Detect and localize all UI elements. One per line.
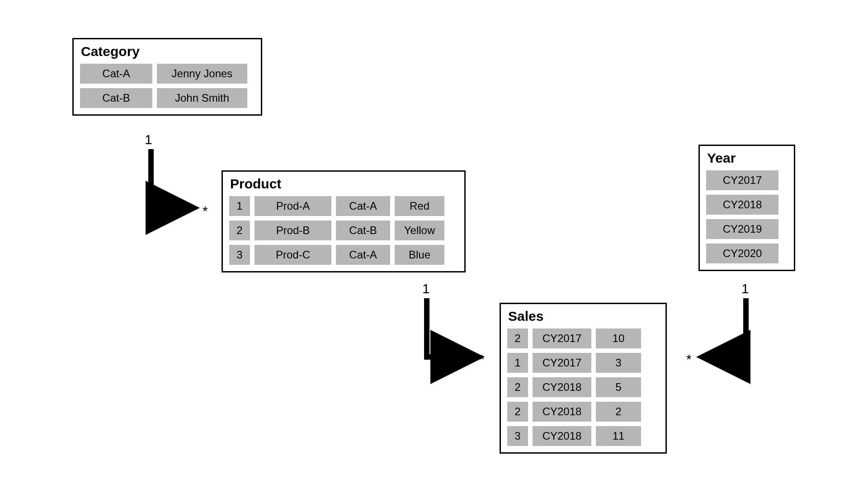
table-cell: Prod-A xyxy=(255,196,331,216)
cardinality-many: * xyxy=(479,352,485,367)
table-cell: 2 xyxy=(507,377,528,397)
table-cell: 2 xyxy=(507,328,528,348)
table-cell: 5 xyxy=(596,377,641,397)
table-cell: Red xyxy=(395,196,444,216)
table-cell: Yellow xyxy=(395,221,444,240)
entity-product-title: Product xyxy=(230,176,458,192)
entity-category: Category Cat-A Jenny Jones Cat-B John Sm… xyxy=(72,38,262,116)
table-cell: John Smith xyxy=(157,88,247,108)
entity-year: Year CY2017 CY2018 CY2019 CY2020 xyxy=(698,145,795,271)
table-cell: CY2018 xyxy=(533,377,591,397)
table-cell: CY2017 xyxy=(706,170,778,190)
table-cell: 2 xyxy=(596,402,641,422)
cardinality-one: 1 xyxy=(422,281,430,296)
table-cell: CY2018 xyxy=(706,195,778,215)
table-cell: Cat-A xyxy=(336,245,390,265)
table-cell: CY2018 xyxy=(533,402,591,422)
cardinality-one: 1 xyxy=(741,281,749,296)
table-cell: CY2018 xyxy=(533,426,591,446)
connector-category-product xyxy=(145,149,208,217)
table-cell: Cat-B xyxy=(336,221,390,240)
table-cell: CY2019 xyxy=(706,219,778,239)
table-cell: 10 xyxy=(596,328,641,348)
table-cell: 2 xyxy=(507,402,528,422)
table-cell: Cat-A xyxy=(336,196,390,216)
table-cell: Cat-B xyxy=(80,88,152,108)
table-cell: CY2020 xyxy=(706,244,778,263)
table-cell: Cat-A xyxy=(80,64,152,84)
table-cell: 2 xyxy=(229,221,250,240)
connector-year-sales xyxy=(696,298,760,366)
cardinality-one: 1 xyxy=(145,132,152,147)
table-cell: Prod-B xyxy=(255,221,331,240)
table-cell: 11 xyxy=(596,426,641,446)
entity-category-title: Category xyxy=(81,44,255,59)
entity-sales-title: Sales xyxy=(508,309,659,324)
table-cell: 3 xyxy=(229,245,250,265)
entity-year-title: Year xyxy=(707,150,788,166)
table-cell: Jenny Jones xyxy=(157,64,247,84)
table-cell: Blue xyxy=(395,245,444,265)
table-cell: CY2017 xyxy=(533,328,591,348)
cardinality-many: * xyxy=(686,352,692,367)
cardinality-many: * xyxy=(203,203,208,219)
table-cell: 3 xyxy=(596,353,641,373)
diagram-canvas: Category Cat-A Jenny Jones Cat-B John Sm… xyxy=(0,0,868,488)
table-cell: CY2017 xyxy=(533,353,591,373)
entity-sales: Sales 2 CY2017 10 1 CY2017 3 2 CY2018 5 … xyxy=(500,303,667,454)
table-cell: 1 xyxy=(507,353,528,373)
table-cell: Prod-C xyxy=(255,245,331,265)
entity-product: Product 1 Prod-A Cat-A Red 2 Prod-B Cat-… xyxy=(222,170,466,272)
table-cell: 3 xyxy=(507,426,528,446)
table-cell: 1 xyxy=(229,196,250,216)
